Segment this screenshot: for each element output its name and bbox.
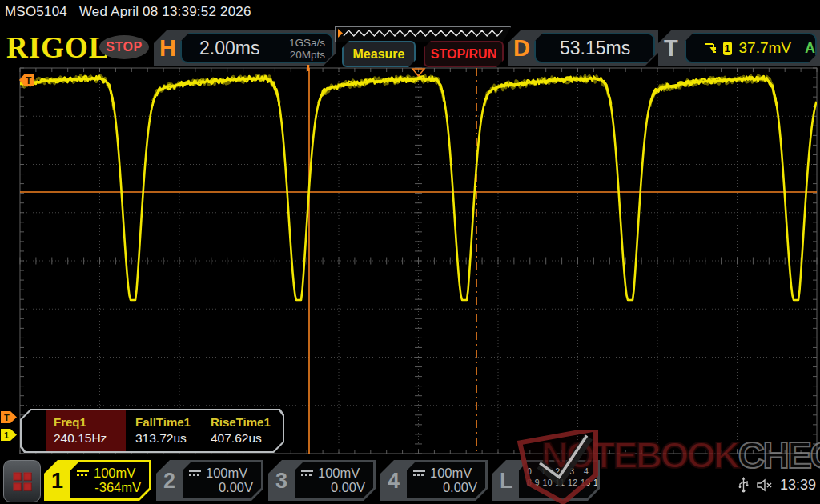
channel-number: 3 — [275, 468, 287, 493]
measurement-value: 240.15Hz — [54, 431, 107, 446]
channel-3-box[interactable]: 3 100mV 0.00V — [268, 460, 376, 501]
channel-panel: 100mV 0.00V — [295, 462, 373, 498]
usb-icon[interactable] — [738, 477, 750, 494]
logic-digits-row2: 8 9 10 11 12 13 14 15 — [527, 478, 617, 487]
trigger-offscreen-flag-label: T — [26, 75, 32, 86]
channel-panel: 100mV 0.00V — [407, 462, 485, 498]
measurement-results-inner: Freq1 240.15Hz FallTime1 313.72us RiseTi… — [22, 410, 283, 451]
channel-1-box[interactable]: 1 100mV -364mV — [44, 460, 151, 501]
dc-coupling-icon — [189, 470, 201, 477]
dc-coupling-icon — [413, 470, 425, 477]
channel-scale: 100mV — [318, 466, 360, 481]
grid-menu-icon — [13, 472, 31, 490]
channel-scale: 100mV — [206, 466, 247, 481]
measurement-label: RiseTime1 — [211, 415, 271, 429]
measurement-cell-falltime[interactable]: FallTime1 313.72us — [127, 410, 203, 451]
measurement-cell-risetime[interactable]: RiseTime1 407.62us — [203, 410, 283, 451]
channel-number: 1 — [51, 468, 63, 493]
ch1-waveform-trace — [20, 75, 817, 300]
oscilloscope-screen: MSO5104 Wed April 08 13:39:52 2026 RIGOL… — [0, 0, 820, 504]
channel-number: 2 — [163, 468, 175, 493]
logic-label: L — [500, 468, 513, 493]
channel-2-box[interactable]: 2 100mV 0.00V — [156, 460, 263, 501]
channel-number: 4 — [388, 468, 400, 493]
channel-offset: 0.00V — [331, 480, 365, 495]
ch1-ground-marker-label: 1 — [4, 430, 9, 440]
measurement-label: FallTime1 — [135, 415, 191, 429]
channel-panel: 100mV 0.00V — [183, 462, 261, 498]
channel-offset: 0.00V — [219, 480, 253, 495]
status-tray: 13:39 — [738, 474, 820, 495]
channel-bar: 1 100mV -364mV 2 100mV 0.00V 3 100mV 0.0… — [0, 460, 820, 504]
measurement-label: Freq1 — [54, 415, 86, 429]
logic-analyzer-box[interactable]: L 0 1 2 3 4 5 6 7 8 9 10 11 12 13 14 15 — [492, 460, 600, 501]
clock-time: 13:39 — [780, 477, 816, 494]
trigger-level-marker-label: T — [4, 413, 10, 422]
dc-coupling-icon — [77, 470, 89, 477]
logic-digits-row1: 0 1 2 3 4 5 6 7 — [527, 466, 635, 476]
measurement-value: 407.62us — [211, 431, 262, 446]
speaker-muted-icon[interactable] — [756, 478, 774, 492]
channel-panel: 100mV -364mV — [70, 462, 149, 498]
menu-button[interactable] — [3, 460, 41, 502]
channel-scale: 100mV — [94, 466, 135, 481]
measurement-results-box[interactable]: Freq1 240.15Hz FallTime1 313.72us RiseTi… — [20, 409, 284, 453]
measurement-cell-freq[interactable]: Freq1 240.15Hz — [46, 410, 126, 451]
measurement-value: 313.72us — [135, 431, 187, 446]
dc-coupling-icon — [301, 470, 313, 477]
channel-scale: 100mV — [430, 466, 472, 481]
channel-offset: -364mV — [94, 480, 141, 495]
scope-markers[interactable]: TT1 — [1, 65, 424, 441]
channel-offset: 0.00V — [443, 480, 477, 495]
logic-panel: 0 1 2 3 4 5 6 7 8 9 10 11 12 13 14 15 — [519, 462, 597, 498]
channel-4-box[interactable]: 4 100mV 0.00V — [380, 460, 488, 501]
